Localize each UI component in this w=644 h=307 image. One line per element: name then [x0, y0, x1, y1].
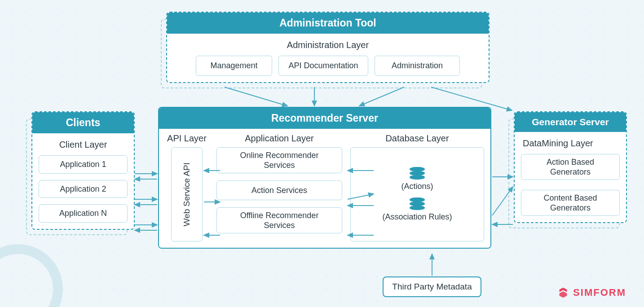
- admin-item-api-docs: API Documentation: [278, 56, 368, 76]
- panel-header: Recommender Server: [159, 108, 490, 129]
- client-app-2: Application 2: [39, 180, 128, 198]
- panel-recommender-server: Recommender Server API Layer Web Service…: [158, 107, 491, 249]
- layer-title: DataMining Layer: [521, 138, 620, 149]
- database-layer-box: (Actions) (Association Rules): [350, 147, 484, 241]
- database-icon: [410, 197, 425, 210]
- gen-content-based: Content Based Generators: [521, 190, 620, 216]
- panel-header: Generator Server: [515, 112, 626, 132]
- third-party-metadata-box: Third Party Metadata: [383, 276, 481, 297]
- layer-title: Administration Layer: [173, 40, 482, 50]
- db-actions-group: (Actions): [401, 167, 433, 192]
- brand-text: SIMFORM: [573, 287, 626, 298]
- col-title-db: Database Layer: [350, 133, 484, 144]
- gen-action-based: Action Based Generators: [521, 154, 620, 180]
- panel-administration-tool: Administration Tool Administration Layer…: [166, 12, 490, 83]
- app-online-recommender: Online Recommender Services: [216, 147, 342, 173]
- client-app-n: Application N: [39, 204, 128, 223]
- db-rules-label: (Association Rules): [382, 212, 452, 222]
- db-actions-label: (Actions): [401, 181, 433, 192]
- web-service-api-label: Web Service API: [181, 162, 192, 226]
- admin-item-management: Management: [196, 56, 272, 76]
- web-service-api-box: Web Service API: [171, 147, 203, 241]
- panel-header: Clients: [32, 112, 134, 133]
- app-offline-recommender: Offline Recommender Services: [216, 207, 342, 233]
- app-action-services: Action Services: [216, 180, 342, 200]
- col-title-app: Application Layer: [216, 133, 342, 144]
- admin-item-administration: Administration: [375, 56, 460, 76]
- database-icon: [410, 167, 425, 180]
- layer-title: Client Layer: [39, 140, 128, 150]
- panel-header: Administration Tool: [167, 13, 489, 34]
- col-title-api: API Layer: [165, 133, 208, 144]
- panel-clients: Clients Client Layer Application 1 Appli…: [31, 111, 135, 230]
- client-app-1: Application 1: [39, 155, 128, 174]
- simform-logo-icon: [557, 286, 569, 299]
- panel-generator-server: Generator Server DataMining Layer Action…: [514, 111, 627, 223]
- db-rules-group: (Association Rules): [382, 197, 452, 222]
- brand-simform: SIMFORM: [557, 286, 626, 299]
